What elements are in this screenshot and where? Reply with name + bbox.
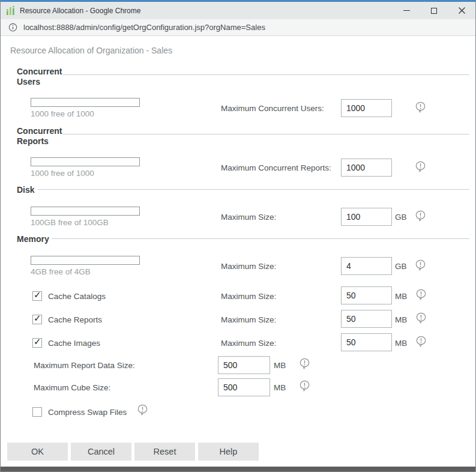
compress-swap-files-tooltip-icon[interactable] [137,404,148,416]
max-report-data-size-input[interactable] [218,356,270,374]
cache-reports-size-input[interactable] [341,310,392,328]
cache-images-tooltip-icon[interactable] [416,336,426,348]
concurrent-reports-gauge [31,157,140,166]
cache-images-checkbox[interactable]: ✓ [32,338,42,348]
max-concurrent-reports-label: Maximum Concurrent Reports: [221,163,331,172]
concurrent-reports-tooltip-icon[interactable] [415,161,426,173]
app-favicon-equalizer-icon [6,6,16,16]
address-bar[interactable]: localhost:8888/admin/config/getOrgConfig… [1,19,475,36]
cache-reports-tooltip-icon[interactable] [416,312,426,324]
compress-swap-files-checkbox[interactable] [32,407,42,417]
page-title: Resource Allocation of Organization - Sa… [10,46,172,55]
max-concurrent-users-label: Maximum Concurrent Users: [221,104,324,113]
memory-unit-label: GB [395,262,407,271]
concurrent-users-gauge [31,98,140,107]
cache-catalogs-tooltip-icon[interactable] [416,289,426,301]
compress-swap-files-label: Compress Swap Files [48,408,127,417]
page-content: Resource Allocation of Organization - Sa… [1,36,475,467]
max-cube-size-tooltip-icon[interactable] [300,380,310,392]
checkmark-icon: ✓ [34,336,41,347]
maximize-icon [431,8,437,14]
cache-catalogs-unit-label: MB [395,292,407,301]
disk-max-size-input[interactable] [341,208,392,226]
section-title-concurrent-reports: Concurrent Reports [17,126,68,147]
max-cube-size-input[interactable] [218,378,270,396]
ok-button[interactable]: OK [7,443,68,461]
help-button[interactable]: Help [198,443,259,461]
disk-free-label: 100GB free of 100GB [31,218,109,227]
title-bar[interactable]: Resource Allocation - Google Chrome [1,2,475,19]
disk-unit-label: GB [395,213,407,222]
cache-reports-unit-label: MB [395,315,407,324]
max-report-data-size-unit-label: MB [274,361,286,370]
close-button[interactable] [448,2,475,19]
max-cube-size-unit-label: MB [274,383,286,392]
memory-max-size-input[interactable] [341,257,392,275]
section-title-memory: Memory [17,234,49,244]
section-divider [63,134,469,135]
checkmark-icon: ✓ [34,313,41,324]
memory-tooltip-icon[interactable] [415,259,426,271]
section-divider [38,189,469,190]
disk-tooltip-icon[interactable] [415,210,426,222]
page-info-icon[interactable] [8,23,17,32]
window-bottom-edge [1,467,475,471]
memory-free-label: 4GB free of 4GB [31,267,91,276]
disk-max-size-label: Maximum Size: [221,213,276,222]
window-controls [393,2,475,19]
cache-images-unit-label: MB [395,339,407,348]
max-report-data-size-tooltip-icon[interactable] [300,358,310,370]
url-text[interactable]: localhost:8888/admin/config/getOrgConfig… [23,23,265,32]
cache-images-size-label: Maximum Size: [221,339,276,348]
memory-max-size-label: Maximum Size: [221,262,276,271]
cache-catalogs-size-input[interactable] [341,286,392,304]
memory-gauge [31,256,140,265]
section-title-disk: Disk [17,185,35,195]
window-title: Resource Allocation - Google Chrome [20,7,140,15]
max-concurrent-users-input[interactable] [341,99,392,117]
max-report-data-size-label: Maximum Report Data Size: [34,361,135,370]
section-divider [52,238,469,239]
cancel-button[interactable]: Cancel [71,443,131,461]
concurrent-users-free-label: 1000 free of 1000 [31,109,94,118]
close-icon [459,7,465,14]
concurrent-reports-free-label: 1000 free of 1000 [31,169,94,178]
cache-images-label: Cache Images [48,339,100,348]
cache-catalogs-label: Cache Catalogs [48,292,106,301]
section-divider [63,74,469,75]
disk-gauge [31,207,140,216]
browser-window: Resource Allocation - Google Chrome loca… [0,0,476,472]
max-cube-size-label: Maximum Cube Size: [34,383,110,392]
cache-images-size-input[interactable] [341,333,392,351]
concurrent-users-tooltip-icon[interactable] [415,101,426,113]
cache-reports-label: Cache Reports [48,315,102,324]
cache-catalogs-size-label: Maximum Size: [221,292,276,301]
reset-button[interactable]: Reset [134,443,195,461]
minimize-icon [403,10,410,11]
section-title-concurrent-users: Concurrent Users [17,67,68,87]
minimize-button[interactable] [393,2,420,19]
max-concurrent-reports-input[interactable] [341,159,392,177]
cache-catalogs-checkbox[interactable]: ✓ [32,291,42,301]
cache-reports-size-label: Maximum Size: [221,315,276,324]
cache-reports-checkbox[interactable]: ✓ [32,315,42,324]
checkmark-icon: ✓ [34,289,41,300]
maximize-button[interactable] [420,2,448,19]
